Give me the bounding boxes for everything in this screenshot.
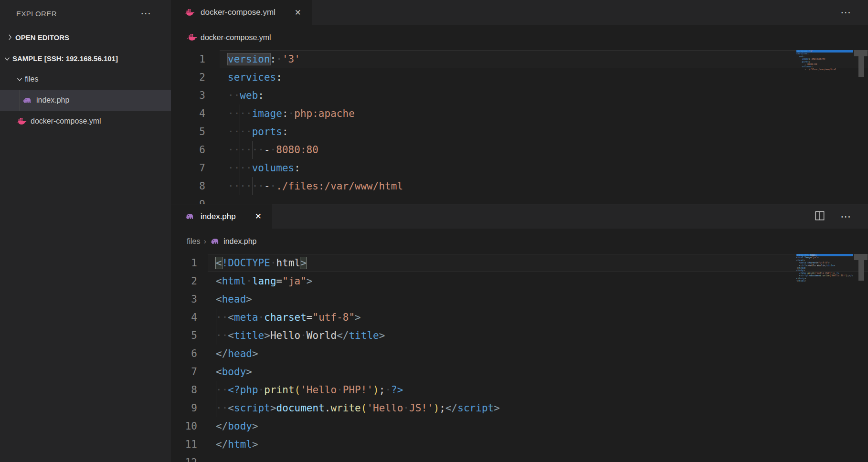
workspace-section[interactable]: SAMPLE [SSH: 192.168.56.101]	[0, 48, 171, 69]
code-line: 7····volumes:	[171, 159, 868, 177]
code-line: 4····image:·php:apache	[171, 105, 868, 123]
code-line: 5····ports:	[171, 123, 868, 141]
code-line: 12	[171, 453, 868, 462]
code-line: 8··<?php·print('Hello·PHP!');·?>	[171, 381, 868, 399]
breadcrumb-label: index.php	[223, 237, 256, 246]
php-icon	[184, 211, 195, 222]
close-icon[interactable]: ✕	[293, 7, 303, 19]
explorer-sidebar: EXPLORER ⋯ OPEN EDITORS SAMPLE [SSH: 192…	[0, 0, 171, 462]
breadcrumb-item-index-php[interactable]: index.php	[210, 236, 256, 247]
file-label: docker-compose.yml	[31, 117, 101, 126]
chevron-right-icon	[5, 32, 15, 42]
file-label: index.php	[36, 96, 69, 105]
more-actions-icon[interactable]: ⋯	[840, 7, 852, 18]
code-editor[interactable]: 1version:·'3'2services:3··web:4····image…	[171, 50, 868, 204]
folder-label: files	[25, 75, 38, 84]
editor-group-docker-compose: docker-compose.yml ✕ ⋯ docker-compose.ym…	[171, 0, 868, 204]
close-icon[interactable]: ✕	[253, 210, 264, 222]
editor-group-index-php: index.php ✕ ⋯ files ›	[171, 204, 868, 462]
more-actions-icon[interactable]: ⋯	[140, 8, 152, 19]
more-actions-icon[interactable]: ⋯	[840, 211, 852, 222]
tab-index-php[interactable]: index.php ✕	[171, 204, 272, 229]
chevron-down-icon	[14, 74, 25, 84]
tree-item-files[interactable]: files	[0, 69, 171, 90]
open-editors-section[interactable]: OPEN EDITORS	[0, 27, 171, 48]
scrollbar[interactable]	[853, 50, 868, 204]
minimap[interactable]: version: '3'services: web: image: php:ap…	[796, 50, 853, 204]
php-icon	[210, 236, 220, 247]
chevron-separator-icon: ›	[203, 237, 206, 246]
tree-item-index-php[interactable]: index.php	[0, 90, 171, 111]
code-line: 4··<meta·charset="utf-8">	[171, 308, 868, 326]
breadcrumb-label: docker-compose.yml	[201, 33, 271, 42]
split-editor-icon[interactable]	[814, 210, 826, 224]
code-line: 10</body>	[171, 417, 868, 435]
editor-groups: docker-compose.yml ✕ ⋯ docker-compose.ym…	[171, 0, 868, 462]
code-line: 9	[171, 195, 868, 204]
code-line: 1version:·'3'	[171, 50, 868, 68]
code-line: 2services:	[171, 68, 868, 86]
tab-bar: docker-compose.yml ✕ ⋯	[171, 0, 868, 25]
php-icon	[22, 95, 32, 105]
tab-bar: index.php ✕ ⋯	[171, 204, 868, 229]
code-line: 6</head>	[171, 345, 868, 363]
tree-item-docker-compose[interactable]: docker-compose.yml	[0, 111, 171, 132]
breadcrumb-item-docker-compose[interactable]: docker-compose.yml	[187, 32, 271, 43]
breadcrumb: files › index.php	[171, 229, 868, 254]
docker-icon	[16, 116, 27, 126]
chevron-down-icon	[2, 53, 12, 64]
sidebar-title: EXPLORER	[16, 10, 140, 18]
code-line: 1<!DOCTYPE·html>	[171, 254, 868, 272]
scrollbar-thumb[interactable]	[858, 50, 864, 77]
code-line: 3··web:	[171, 86, 868, 105]
docker-icon	[184, 7, 195, 18]
minimap[interactable]: <!DOCTYPE html><html lang="ja"><head> <m…	[796, 254, 853, 462]
open-editors-label: OPEN EDITORS	[15, 33, 69, 42]
scrollbar[interactable]	[853, 254, 868, 462]
breadcrumb-item-files[interactable]: files	[187, 237, 200, 246]
tree-indent-guide	[20, 90, 20, 111]
code-line: 5··<title>Hello·World</title>	[171, 326, 868, 345]
code-line: 9··<script>document.write('Hello·JS!');<…	[171, 399, 868, 417]
code-line: 11</html>	[171, 435, 868, 453]
tab-label: index.php	[201, 212, 236, 221]
code-line: 8······-·./files:/var/www/html	[171, 177, 868, 195]
breadcrumb: docker-compose.yml	[171, 25, 868, 50]
breadcrumb-label: files	[187, 237, 200, 246]
code-line: 7<body>	[171, 363, 868, 381]
tab-docker-compose-yml[interactable]: docker-compose.yml ✕	[171, 0, 312, 25]
docker-icon	[187, 32, 197, 43]
code-line: 2<html·lang="ja">	[171, 272, 868, 290]
scrollbar-thumb[interactable]	[858, 254, 864, 281]
workspace-label: SAMPLE [SSH: 192.168.56.101]	[12, 54, 118, 63]
code-line: 6······-·8080:80	[171, 141, 868, 159]
code-line: 3<head>	[171, 290, 868, 308]
code-editor[interactable]: 1<!DOCTYPE·html>2<html·lang="ja">3<head>…	[171, 254, 868, 462]
tab-label: docker-compose.yml	[201, 8, 275, 17]
sidebar-header: EXPLORER ⋯	[0, 0, 171, 27]
